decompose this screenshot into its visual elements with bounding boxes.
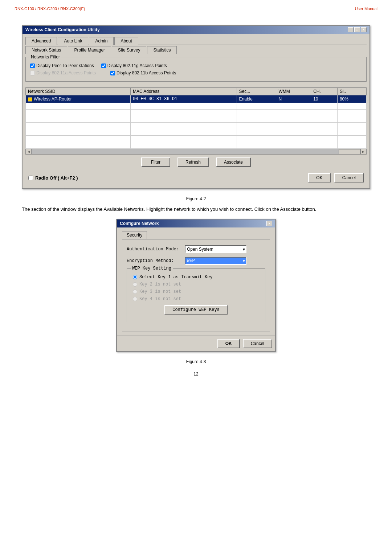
refresh-button[interactable]: Refresh — [177, 157, 209, 167]
tab-auto-link[interactable]: Auto Link — [58, 37, 88, 45]
cell-si — [337, 110, 366, 116]
cancel-button[interactable]: Cancel — [334, 173, 364, 182]
cell-wmm — [276, 103, 311, 110]
filter-80211b[interactable]: Display 802.11b Access Points — [110, 70, 176, 75]
filter-80211a-checkbox[interactable] — [30, 71, 35, 75]
horizontal-scrollbar[interactable]: ◄ ► — [25, 149, 367, 155]
cell-wmm — [276, 136, 311, 142]
tab-bar-1: Advanced Auto Link Admin About — [25, 37, 367, 45]
table-row[interactable] — [26, 142, 367, 149]
enc-method-row: Encryption Method: WEP None TKIP AES ▼ — [127, 257, 265, 265]
ok-button[interactable]: OK — [308, 173, 330, 182]
network-icon — [28, 97, 32, 102]
associate-button[interactable]: Associate — [216, 157, 251, 167]
cell-mac — [130, 142, 237, 149]
footer-bar: Radio Off ( Alt+F2 ) OK Cancel — [25, 170, 367, 185]
cell-ch — [311, 129, 338, 136]
filter-peer-to-peer-checkbox[interactable] — [30, 63, 35, 68]
cell-ssid: Wireless AP-Router — [26, 95, 131, 103]
tab-about[interactable]: About — [114, 37, 138, 45]
filter-peer-to-peer[interactable]: Display Peer-To-Peer stations — [30, 63, 94, 68]
scroll-left-button[interactable]: ◄ — [26, 149, 32, 155]
enc-method-select[interactable]: WEP None TKIP AES — [185, 257, 246, 265]
cell-sec — [237, 116, 276, 123]
cell-ch: 10 — [311, 95, 338, 103]
enc-method-control: WEP None TKIP AES ▼ — [185, 257, 265, 265]
cell-si — [337, 129, 366, 136]
window-controls: _ □ × — [348, 27, 367, 32]
tab-security[interactable]: Security — [122, 231, 147, 239]
cell-wmm — [276, 110, 311, 116]
network-table-wrapper: Network SSID MAC Address Sec... WMM CH. … — [25, 85, 367, 155]
cell-si — [337, 123, 366, 129]
table-row[interactable] — [26, 123, 367, 129]
table-row[interactable] — [26, 110, 367, 116]
cell-mac — [130, 103, 237, 110]
page-number: 12 — [22, 372, 370, 377]
scroll-right-button[interactable]: ► — [360, 149, 366, 155]
wep-key-4-radio[interactable] — [133, 297, 137, 301]
configure-close-button[interactable]: × — [266, 221, 272, 226]
col-ch: CH. — [311, 88, 338, 95]
wep-key-3-label: Key 3 is not set — [139, 289, 181, 294]
cell-sec — [237, 103, 276, 110]
wep-key-legend: WEP Key Setting — [131, 266, 173, 271]
wep-key-3-radio[interactable] — [133, 290, 137, 294]
tab-site-survey[interactable]: Site Survey — [112, 46, 146, 54]
filter-80211g[interactable]: Display 802.11g Access Points — [101, 63, 167, 68]
wireless-config-window: Wireless Client Configuration Utility _ … — [22, 25, 370, 189]
scroll-thumb[interactable] — [339, 149, 360, 154]
wep-key-1-radio[interactable] — [133, 275, 137, 279]
radio-off-section: Radio Off ( Alt+F2 ) — [28, 175, 78, 181]
filter-80211g-checkbox[interactable] — [101, 63, 106, 68]
cell-ssid — [26, 142, 131, 149]
filter-80211a[interactable]: Display 802.11a Access Points — [30, 70, 96, 75]
tab-statistics[interactable]: Statistics — [147, 46, 177, 54]
wep-key-group: WEP Key Setting Select Key 1 as Transmit… — [127, 268, 265, 322]
close-button[interactable]: × — [361, 27, 367, 32]
page-content: Wireless Client Configuration Utility _ … — [0, 25, 392, 377]
radio-off-checkbox[interactable] — [28, 176, 33, 180]
table-row[interactable] — [26, 116, 367, 123]
table-row[interactable] — [26, 103, 367, 110]
configure-ok-button[interactable]: OK — [217, 339, 240, 348]
networks-filter-group: Networks Filter Display Peer-To-Peer sta… — [25, 57, 367, 82]
filter-button[interactable]: Filter — [141, 157, 170, 167]
cell-sec — [237, 142, 276, 149]
table-row[interactable] — [26, 129, 367, 136]
wep-key-1-row: Select Key 1 as Transmit Key — [133, 275, 259, 280]
cell-wmm — [276, 142, 311, 149]
maximize-button[interactable]: □ — [354, 27, 360, 32]
cell-sec — [237, 129, 276, 136]
cell-wmm — [276, 116, 311, 123]
col-si: Si.. — [337, 88, 366, 95]
configure-wep-keys-button[interactable]: Configure WEP Keys — [164, 305, 228, 315]
minimize-button[interactable]: _ — [348, 27, 354, 32]
wep-key-4-label: Key 4 is not set — [139, 296, 181, 301]
filter-row-1: Display Peer-To-Peer stations Display 80… — [30, 63, 362, 68]
tab-profile-manager[interactable]: Profile Manager — [68, 46, 111, 54]
ok-label: OK — [225, 341, 232, 346]
cell-mac — [130, 110, 237, 116]
main-button-row: Filter Refresh Associate — [25, 155, 367, 170]
table-row[interactable]: Wireless AP-Router00-E0-4C-81-86-D1Enabl… — [26, 95, 367, 103]
wep-key-2-row: Key 2 is not set — [133, 282, 259, 287]
cell-ch — [311, 123, 338, 129]
table-row[interactable] — [26, 136, 367, 142]
auth-mode-select[interactable]: Open System Shared Key WPA-PSK — [185, 245, 246, 253]
wep-key-2-label: Key 2 is not set — [139, 282, 181, 287]
tab-admin[interactable]: Admin — [89, 37, 114, 45]
filter-80211b-checkbox[interactable] — [110, 71, 115, 75]
configure-cancel-button[interactable]: Cancel — [243, 339, 272, 348]
cell-si — [337, 142, 366, 149]
cell-mac: 00-E0-4C-81-86-D1 — [130, 95, 237, 103]
wep-key-2-radio[interactable] — [133, 282, 137, 287]
configure-titlebar: Configure Network × — [117, 219, 275, 227]
scroll-track[interactable] — [32, 149, 360, 154]
col-sec: Sec... — [237, 88, 276, 95]
tab-network-status[interactable]: Network Status — [25, 46, 67, 54]
tab-bar-2: Network Status Profile Manager Site Surv… — [25, 46, 367, 54]
figure-4-2-caption: Figure 4-2 — [22, 196, 370, 201]
cell-ssid — [26, 123, 131, 129]
tab-advanced[interactable]: Advanced — [25, 37, 57, 45]
